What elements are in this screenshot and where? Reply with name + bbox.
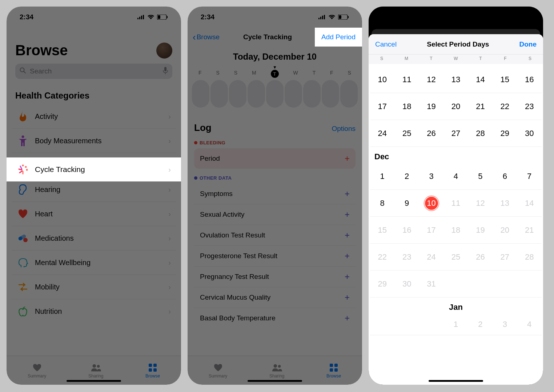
- log-row-ovulation-test[interactable]: Ovulation Test Result+: [194, 225, 356, 246]
- calendar-day[interactable]: 23: [517, 93, 542, 120]
- calendar-day[interactable]: 22: [370, 244, 394, 270]
- calendar-day[interactable]: 5: [468, 163, 493, 189]
- calendar-day[interactable]: 23: [394, 244, 419, 270]
- day-bubble[interactable]: [210, 80, 228, 108]
- highlight-cycle-tracking[interactable]: Cycle Tracking ›: [7, 157, 181, 181]
- category-heart[interactable]: Heart ›: [12, 202, 176, 226]
- log-row-period[interactable]: Period +: [194, 148, 356, 169]
- category-activity[interactable]: Activity ›: [12, 104, 176, 129]
- calendar-day[interactable]: 18: [443, 217, 468, 243]
- day-bubble[interactable]: [340, 80, 358, 108]
- category-medications[interactable]: Medications ›: [12, 226, 176, 251]
- calendar-day[interactable]: 17: [419, 217, 443, 243]
- calendar-day[interactable]: 1: [370, 163, 394, 189]
- day-bubble[interactable]: [248, 80, 265, 108]
- profile-avatar[interactable]: [156, 43, 172, 59]
- calendar-day[interactable]: 10: [370, 66, 394, 93]
- calendar-day[interactable]: 13: [443, 66, 468, 93]
- tab-summary[interactable]: Summary: [209, 363, 227, 379]
- tab-sharing[interactable]: Sharing: [269, 363, 284, 379]
- highlight-add-period[interactable]: Add Period: [315, 28, 362, 47]
- calendar-day[interactable]: 21: [517, 217, 542, 243]
- calendar-day[interactable]: 19: [419, 93, 443, 120]
- calendar-day[interactable]: 14: [468, 66, 493, 93]
- calendar-day[interactable]: 16: [394, 217, 419, 243]
- calendar-day[interactable]: 20: [443, 93, 468, 120]
- calendar-day[interactable]: 15: [493, 66, 517, 93]
- day-bubble[interactable]: [303, 80, 321, 108]
- category-mental-wellbeing[interactable]: Mental Wellbeing ›: [12, 251, 176, 275]
- calendar-day[interactable]: 7: [517, 163, 542, 189]
- log-row-basal-temp[interactable]: Basal Body Temperature+: [194, 308, 356, 328]
- calendar-day[interactable]: 14: [517, 190, 542, 216]
- calendar-day[interactable]: 13: [493, 190, 517, 216]
- calendar-day[interactable]: 24: [419, 244, 443, 270]
- calendar-day[interactable]: 9: [394, 190, 419, 216]
- calendar-day[interactable]: 3: [493, 313, 517, 335]
- calendar-day[interactable]: 2: [468, 313, 493, 335]
- selected-day[interactable]: 10: [425, 197, 438, 210]
- log-row-symptoms[interactable]: Symptoms+: [194, 184, 356, 204]
- calendar-day[interactable]: 10: [419, 190, 443, 216]
- done-button[interactable]: Done: [519, 40, 537, 48]
- calendar-day[interactable]: 27: [443, 120, 468, 147]
- calendar-day[interactable]: 24: [370, 120, 394, 147]
- day-bubble[interactable]: [285, 80, 302, 108]
- calendar-day[interactable]: 27: [493, 244, 517, 270]
- calendar-day[interactable]: 29: [493, 120, 517, 147]
- calendar-day[interactable]: 26: [419, 120, 443, 147]
- calendar-day[interactable]: 3: [419, 163, 443, 189]
- log-row-cervical-mucus[interactable]: Cervical Mucus Quality+: [194, 287, 356, 308]
- category-mobility[interactable]: Mobility ›: [12, 275, 176, 299]
- home-indicator[interactable]: [67, 380, 121, 382]
- calendar-day[interactable]: 28: [468, 120, 493, 147]
- options-button[interactable]: Options: [332, 125, 356, 133]
- day-bubble[interactable]: [192, 80, 209, 108]
- tab-browse[interactable]: Browse: [326, 363, 341, 379]
- back-button[interactable]: ‹ Browse: [193, 32, 220, 43]
- calendar-day[interactable]: 15: [370, 217, 394, 243]
- calendar-day[interactable]: 29: [370, 271, 394, 297]
- calendar-day[interactable]: 11: [394, 66, 419, 93]
- tab-sharing[interactable]: Sharing: [88, 363, 103, 379]
- tab-summary[interactable]: Summary: [28, 363, 46, 379]
- calendar-day[interactable]: 8: [370, 190, 394, 216]
- cancel-button[interactable]: Cancel: [375, 40, 397, 48]
- day-bubble[interactable]: [229, 80, 246, 108]
- home-indicator[interactable]: [429, 380, 483, 382]
- calendar-day[interactable]: 11: [443, 190, 468, 216]
- category-nutrition[interactable]: Nutrition ›: [12, 299, 176, 323]
- log-row-progesterone-test[interactable]: Progesterone Test Result+: [194, 246, 356, 267]
- calendar-day[interactable]: 12: [468, 190, 493, 216]
- calendar-day[interactable]: 18: [394, 93, 419, 120]
- calendar-day[interactable]: 25: [394, 120, 419, 147]
- calendar-day[interactable]: 25: [443, 244, 468, 270]
- calendar-day[interactable]: 17: [370, 93, 394, 120]
- calendar-day[interactable]: 26: [468, 244, 493, 270]
- day-bubble[interactable]: [266, 80, 284, 108]
- calendar-day[interactable]: 4: [517, 313, 542, 335]
- week-strip[interactable]: ▼ F S S M T W T F S: [188, 65, 362, 108]
- day-bubble[interactable]: [322, 80, 339, 108]
- log-row-pregnancy-test[interactable]: Pregnancy Test Result+: [194, 267, 356, 287]
- calendar-day[interactable]: 30: [517, 120, 542, 147]
- calendar-day[interactable]: 19: [468, 217, 493, 243]
- calendar-day[interactable]: 2: [394, 163, 419, 189]
- calendar-day[interactable]: 1: [443, 313, 468, 335]
- calendar-day[interactable]: 20: [493, 217, 517, 243]
- calendar-day[interactable]: 4: [443, 163, 468, 189]
- calendar-day[interactable]: 12: [419, 66, 443, 93]
- category-body-measurements[interactable]: Body Measurements ›: [12, 129, 176, 153]
- calendar-day[interactable]: 31: [419, 271, 443, 297]
- calendar-day[interactable]: 30: [394, 271, 419, 297]
- calendar-day[interactable]: 16: [517, 66, 542, 93]
- calendar-day[interactable]: 22: [493, 93, 517, 120]
- mic-icon[interactable]: [163, 67, 168, 76]
- home-indicator[interactable]: [248, 380, 302, 382]
- calendar-day[interactable]: 28: [517, 244, 542, 270]
- calendar-day[interactable]: 21: [468, 93, 493, 120]
- search-input[interactable]: Search: [15, 64, 172, 79]
- tab-browse[interactable]: Browse: [145, 363, 160, 379]
- calendar-day[interactable]: 6: [493, 163, 517, 189]
- log-row-sexual-activity[interactable]: Sexual Activity+: [194, 204, 356, 225]
